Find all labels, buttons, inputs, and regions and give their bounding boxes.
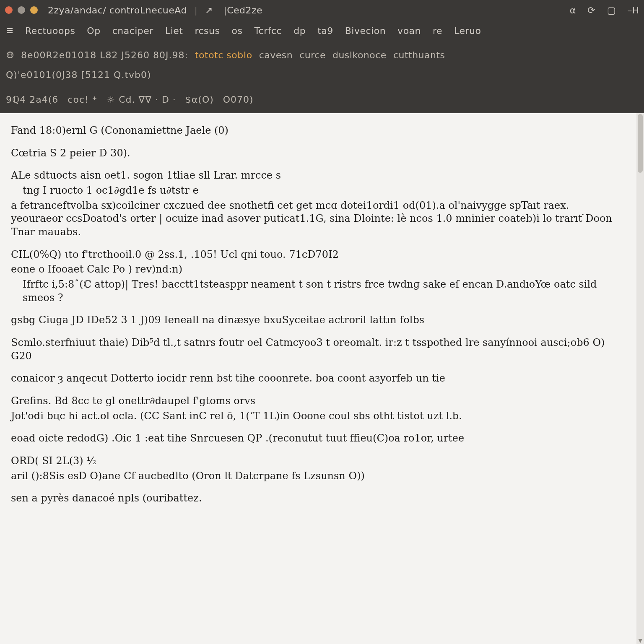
- title-separator: |: [194, 5, 197, 16]
- title-path: 2zya/andac/ controLnecueAd: [48, 5, 187, 16]
- doc-block-11a: ORD( SI 2L(3) ½: [11, 454, 624, 468]
- doc-block-9b: Jot'odi bцc hi act.ol ocla. (CC Sant inC…: [11, 410, 624, 423]
- title-mode-indicator: ↗: [205, 5, 213, 16]
- doc-block-7: Scmlo.sterfniuut thaie) Dib⁵d tl.,t satn…: [11, 336, 624, 363]
- document-area: Fand 18:0)ernl G (Cononamiettne Jaele (0…: [0, 113, 644, 644]
- doc-block-9a: Grefins. Bd 8cc te gl onettr∂daupel f'gt…: [11, 395, 624, 408]
- nav-trail-3[interactable]: cutthuants: [393, 50, 445, 60]
- scrollbar-thumb[interactable]: [638, 114, 643, 173]
- nav-trail-2[interactable]: duslkonoce: [332, 50, 387, 60]
- window-maximize-button[interactable]: [30, 6, 38, 14]
- svg-rect-1: [7, 30, 13, 31]
- menu-item-2[interactable]: cnaciper: [112, 24, 154, 38]
- doc-line-heading: Fand 18:0)ernl G (Cononamiettne Jaele (0…: [11, 124, 624, 138]
- doc-block-3b: tng I ruocto 1 oc1∂gd1e fs u∂tstr e: [11, 184, 624, 197]
- doc-block-6: gsbg Ciuga JD IDe52 3 1 J)09 Ieneall na …: [11, 314, 624, 327]
- toolbar: 9ℚ4 2a4(6 coc! ⁺ ☼ Cd. ∇∇ · D · $α(O) O0…: [0, 86, 644, 113]
- doc-block-11b: aril ():8Sis esD O)ane Cf aucbedlto (Oro…: [11, 470, 624, 483]
- window-title: 2zya/andac/ controLnecueAd | ↗ |Ced2ze: [48, 5, 560, 16]
- doc-block-4: a fetranceftvolba sx)coilciner cxczued d…: [11, 199, 624, 239]
- titlebar-right-cluster: α ⟳ ▢ –H: [570, 5, 639, 16]
- window-minimize-button[interactable]: [18, 6, 25, 14]
- titlebar-action-2[interactable]: ⟳: [587, 5, 595, 16]
- titlebar: 2zya/andac/ controLnecueAd | ↗ |Ced2ze α…: [0, 0, 644, 20]
- globe-icon[interactable]: [6, 51, 14, 59]
- app-menu-icon[interactable]: [6, 27, 13, 34]
- doc-block-5c: Ifrftc i,5:8ˆ(ℂ attop)| Tres! bacctt1tst…: [11, 278, 624, 304]
- titlebar-action-3[interactable]: ▢: [607, 5, 616, 16]
- window-close-button[interactable]: [5, 6, 13, 14]
- svg-rect-0: [7, 28, 13, 29]
- location-highlight[interactable]: tototc sobIo: [195, 50, 252, 60]
- svg-rect-2: [7, 32, 13, 33]
- toolbar-item-4[interactable]: O070): [223, 94, 254, 105]
- menu-item-5[interactable]: os: [231, 24, 243, 38]
- location-id: 8e00R2e01018 L82 J5260 80J.98:: [21, 50, 188, 60]
- menu-item-12[interactable]: Leruo: [453, 24, 482, 38]
- menu-item-8[interactable]: ta9: [317, 24, 334, 38]
- nav-trail-0[interactable]: cavesn: [259, 50, 293, 60]
- vertical-scrollbar[interactable]: ▲ ▼: [636, 113, 644, 644]
- doc-block-8: conaicor ȝ anqecut Dotterto iocidr renn …: [11, 372, 624, 385]
- menu-item-0[interactable]: Rectuoops: [24, 24, 76, 38]
- toolbar-item-2[interactable]: ☼ Cd. ∇∇ · D ·: [106, 94, 176, 105]
- toolbar-item-1[interactable]: coc! ⁺: [68, 94, 97, 105]
- doc-line-sub: Cœtria S 2 peier D 30).: [11, 147, 624, 160]
- menu-item-6[interactable]: Tcrfcc: [253, 24, 283, 38]
- menubar: Rectuoops Op cnaciper Liet rcsus os Tcrf…: [0, 20, 644, 41]
- doc-block-3a: ALe sdtuocts aisn oet1. sogon 1tliae sll…: [11, 169, 624, 182]
- title-mode-label: |Ced2ze: [223, 5, 262, 16]
- location-subpath: Q)'e0101(0J38 [5121 Q.tvb0): [0, 68, 644, 86]
- menu-item-11[interactable]: re: [432, 24, 443, 38]
- toolbar-item-3[interactable]: $α(O): [185, 94, 214, 105]
- doc-block-12: sen a pyrès danacoé npls (ouribattez.: [11, 492, 624, 505]
- location-bar: 8e00R2e01018 L82 J5260 80J.98: tototc so…: [0, 41, 644, 68]
- titlebar-action-4[interactable]: –H: [627, 5, 639, 16]
- menu-item-9[interactable]: Bivecion: [344, 24, 387, 38]
- app-window: 2zya/andac/ controLnecueAd | ↗ |Ced2ze α…: [0, 0, 644, 644]
- scroll-down-icon[interactable]: ▼: [636, 637, 644, 644]
- doc-block-5a: CIL(0%Q) ιto f'trcthooil.0 @ 2ss.1, .105…: [11, 248, 624, 262]
- toolbar-item-0[interactable]: 9ℚ4 2a4(6: [6, 94, 58, 105]
- doc-block-5b: eone o Ifooaet Calc Po ) rev)nd:n): [11, 263, 624, 276]
- menu-item-7[interactable]: dp: [293, 24, 306, 38]
- titlebar-action-1[interactable]: α: [570, 5, 576, 16]
- menu-item-4[interactable]: rcsus: [194, 24, 221, 38]
- document-content[interactable]: Fand 18:0)ernl G (Cononamiettne Jaele (0…: [0, 113, 636, 644]
- menu-item-10[interactable]: voan: [397, 24, 422, 38]
- menu-item-1[interactable]: Op: [86, 24, 101, 38]
- doc-block-10: eoad oicte redodG) .Oic 1 :eat tihe Snrc…: [11, 432, 624, 445]
- nav-trail-1[interactable]: curce: [299, 50, 326, 60]
- menu-item-3[interactable]: Liet: [164, 24, 184, 38]
